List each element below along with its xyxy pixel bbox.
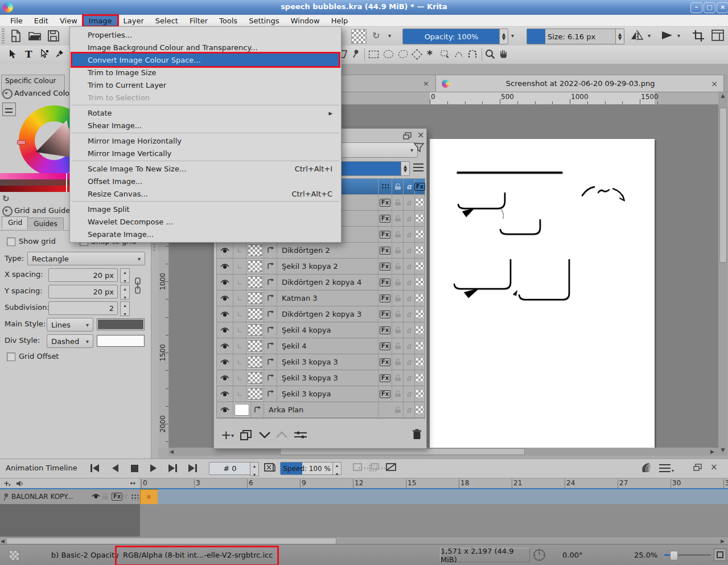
alpha-icon[interactable]: α [404, 354, 415, 370]
layer-row[interactable]: Dikdörtgen 2 Fx α [217, 243, 425, 259]
move-layer-down-button[interactable] [258, 431, 271, 439]
wrap-around-icon[interactable] [660, 30, 674, 40]
frame-cell[interactable] [228, 489, 246, 505]
menu-item-trim-current-layer[interactable]: Trim to Current Layer [71, 79, 340, 91]
frame-cell[interactable] [652, 489, 670, 505]
opacity-slider[interactable]: Opacity: 100% [402, 28, 500, 44]
layer-row[interactable]: Şekil 3 kopya 3 Fx α [217, 354, 425, 370]
frame-cell[interactable] [440, 489, 458, 505]
image-dimensions-field[interactable]: 1,571 x 2,197 (44.9 MiB) [440, 548, 530, 562]
frame-cell[interactable] [193, 489, 211, 505]
frame-cell[interactable] [405, 489, 423, 505]
frame-cell[interactable] [387, 489, 405, 505]
canvas-vscrollbar[interactable]: ▲ ▼ [718, 92, 727, 456]
fx-badge[interactable]: Fx [379, 386, 392, 402]
menu-settings[interactable]: Settings [243, 16, 285, 26]
alpha-swatch[interactable] [415, 195, 425, 210]
fx-badge[interactable]: Fx [379, 290, 392, 306]
visibility-icon[interactable] [217, 322, 233, 338]
alpha-icon[interactable]: α [404, 306, 415, 322]
frame-cell[interactable] [581, 489, 599, 505]
alpha-icon[interactable]: α [122, 492, 127, 500]
alpha-swatch[interactable] [415, 211, 425, 226]
scroll-right-icon[interactable]: ▶ [710, 449, 714, 455]
lock-icon[interactable] [392, 290, 404, 306]
selection-mode-icon[interactable] [9, 550, 19, 560]
alpha-icon[interactable]: α [404, 211, 415, 226]
refresh-colors-icon[interactable]: ↻ [2, 194, 10, 204]
close-docker-icon[interactable]: × [417, 130, 425, 140]
edit-shapes-tool-icon[interactable] [40, 49, 50, 59]
frame-cell[interactable] [511, 489, 529, 505]
skip-end-button[interactable] [186, 463, 199, 473]
mirror-dropdown-icon[interactable]: ▾ [648, 32, 651, 39]
frame-cell[interactable] [634, 489, 652, 505]
speed-spinner[interactable] [332, 462, 342, 475]
frame-cell[interactable] [352, 489, 370, 505]
onion-frames-icon[interactable] [131, 494, 138, 501]
link-spacing-icon[interactable] [133, 273, 142, 300]
menu-item-scale-image[interactable]: Scale Image To New Size...Ctrl+Alt+I [71, 162, 340, 175]
layer-row[interactable]: Dikdörtgen 2 kopya 3 Fx α [217, 306, 425, 322]
menu-help[interactable]: Help [326, 16, 354, 26]
frame-cell[interactable] [546, 489, 564, 505]
menu-item-separate-image[interactable]: Separate Image... [71, 228, 340, 240]
visibility-icon[interactable] [217, 370, 233, 386]
tab-grid[interactable]: Grid [2, 216, 28, 228]
frame-cell[interactable] [281, 489, 299, 505]
timeline-layer-row[interactable]: BALONLAR KOPY... Fx α [0, 488, 728, 505]
visibility-icon[interactable] [217, 306, 233, 322]
opacity-dropdown-icon[interactable]: ▾ [511, 32, 514, 39]
duplicate-layer-button[interactable] [240, 430, 252, 440]
frame-cell[interactable] [299, 489, 317, 505]
reload-preset-icon[interactable]: ↻ [372, 30, 380, 41]
opacity-spinner[interactable]: ▲▼ [499, 28, 508, 44]
fx-badge[interactable]: Fx [379, 211, 392, 226]
alpha-swatch[interactable] [415, 370, 425, 386]
delete-frame-icon[interactable] [386, 462, 396, 472]
timeline-layer-header[interactable]: BALONLAR KOPY... Fx α [0, 489, 141, 504]
frame-cell[interactable] [316, 489, 335, 505]
y-spacing-spinner[interactable] [120, 285, 130, 300]
magnetic-select-tool-icon[interactable] [468, 50, 477, 58]
visibility-icon[interactable] [217, 386, 233, 402]
subdivision-spinner[interactable] [120, 301, 130, 316]
onion-skin-icon[interactable] [640, 462, 652, 473]
frame-cell[interactable] [564, 489, 582, 505]
tab-close-icon[interactable]: × [423, 79, 429, 88]
zoom-slider-track[interactable] [664, 554, 711, 556]
alpha-swatch[interactable] [415, 290, 425, 306]
open-document-icon[interactable] [28, 31, 41, 41]
alpha-swatch[interactable] [415, 227, 425, 242]
grid-offset-checkbox[interactable] [7, 353, 15, 361]
main-style-select[interactable]: Lines [47, 318, 93, 331]
bezier-select-tool-icon[interactable] [454, 50, 463, 58]
current-frame-input[interactable]: # 0 [209, 462, 254, 475]
frame-cell[interactable] [528, 489, 546, 505]
new-document-icon[interactable] [10, 30, 22, 42]
menu-item-shear-image[interactable]: Shear Image... [71, 119, 340, 132]
fx-badge[interactable]: Fx [379, 354, 392, 370]
move-layer-up-button[interactable] [275, 431, 288, 439]
audio-icon[interactable] [16, 480, 23, 487]
delete-layer-button[interactable] [412, 429, 422, 440]
layer-row[interactable]: Arka Plan Fx α [217, 402, 425, 418]
layer-options-icon[interactable] [413, 163, 423, 171]
menu-filter[interactable]: Filter [184, 16, 213, 26]
layer-row[interactable]: Şekil 3 kopya Fx α [217, 386, 425, 402]
lock-icon[interactable] [392, 370, 404, 386]
alpha-swatch[interactable] [415, 306, 425, 322]
alpha-swatch[interactable] [415, 275, 425, 290]
menu-edit[interactable]: Edit [28, 16, 54, 26]
lock-docker-icon[interactable] [2, 206, 13, 216]
add-layer-button[interactable]: + [221, 428, 231, 442]
menu-item-mirror-vertically[interactable]: Mirror Image Vertically [71, 147, 340, 159]
menu-item-convert-colour-space[interactable]: Convert Image Colour Space... [71, 54, 340, 66]
polygon-select-tool-icon[interactable] [413, 51, 421, 58]
menu-item-image-background[interactable]: Image Background Colour and Transparency… [71, 41, 340, 54]
frame-cell[interactable] [705, 489, 723, 505]
lock-icon[interactable] [392, 179, 404, 194]
alpha-swatch[interactable] [415, 322, 425, 338]
lock-icon[interactable] [392, 322, 404, 338]
frame-cell[interactable] [175, 489, 194, 505]
